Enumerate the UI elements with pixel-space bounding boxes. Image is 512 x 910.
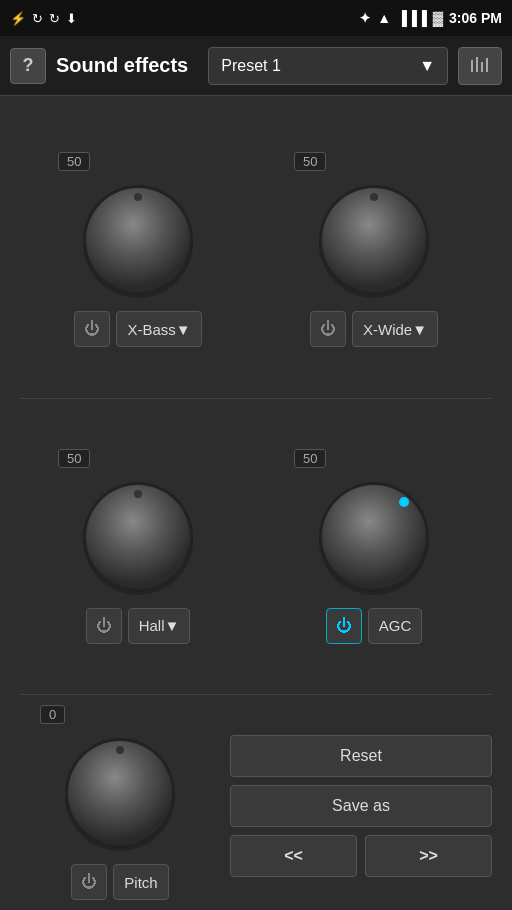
save-as-label: Save as [332,797,390,815]
time-display: 3:06 PM [449,10,502,26]
hall-chevron-icon: ▼ [164,617,179,634]
svg-rect-0 [471,60,473,72]
xwide-chevron-icon: ▼ [412,321,427,338]
xwide-dropdown[interactable]: X-Wide ▼ [352,311,438,347]
xbass-label: X-Bass [127,321,175,338]
xbass-unit: 50 [38,152,238,347]
svg-point-7 [134,193,142,201]
svg-point-19 [399,497,409,507]
xbass-power-button[interactable]: ⏻ [74,311,110,347]
next-label: >> [419,847,438,865]
prev-label: << [284,847,303,865]
bluetooth-icon: ✦ [359,10,371,26]
svg-point-18 [322,485,426,589]
hall-power-button[interactable]: ⏻ [86,608,122,644]
signal-icon: ▐▐▐ [397,10,427,26]
xwide-value: 50 [294,152,326,171]
hall-control-row: ⏻ Hall ▼ [86,608,191,644]
pitch-dropdown[interactable]: Pitch [113,864,168,900]
xbass-control-row: ⏻ X-Bass ▼ [74,311,201,347]
xbass-knob[interactable] [73,175,203,305]
preset-dropdown[interactable]: Preset 1 ▼ [208,47,448,85]
chevron-down-icon: ▼ [419,57,435,75]
prev-button[interactable]: << [230,835,357,877]
hall-label: Hall [139,617,165,634]
agc-unit: 50 ⏻ [274,449,474,644]
agc-control-row: ⏻ AGC [326,608,423,644]
xbass-dropdown[interactable]: X-Bass ▼ [116,311,201,347]
download-icon: ⬇ [66,11,77,26]
wifi-icon: ▲ [377,10,391,26]
pitch-label: Pitch [124,874,157,891]
xbass-value: 50 [58,152,90,171]
svg-point-11 [370,193,378,201]
svg-point-14 [86,485,190,589]
pitch-unit: 0 ⏻ [20,705,220,900]
separator-1 [20,398,492,399]
svg-point-15 [134,490,142,498]
hall-value: 50 [58,449,90,468]
agc-dropdown[interactable]: AGC [368,608,423,644]
hall-unit: 50 ⏻ [38,449,238,644]
eq-icon [468,54,492,78]
bottom-section: 0 ⏻ [20,699,492,900]
reset-button[interactable]: Reset [230,735,492,777]
xwide-label: X-Wide [363,321,412,338]
refresh2-icon: ↻ [49,11,60,26]
pitch-knob[interactable] [55,728,185,858]
xwide-knob[interactable] [309,175,439,305]
agc-label: AGC [379,617,412,634]
hall-knob[interactable] [73,472,203,602]
eq-button[interactable] [458,47,502,85]
next-button[interactable]: >> [365,835,492,877]
battery-icon: ▓ [433,10,443,26]
knob-row-2: 50 ⏻ [20,403,492,691]
pitch-control-row: ⏻ Pitch [71,864,168,900]
svg-rect-2 [481,62,483,72]
nav-row: << >> [230,835,492,877]
svg-point-10 [322,188,426,292]
action-buttons: Reset Save as << >> [230,705,492,877]
help-button[interactable]: ? [10,48,46,84]
usb-icon: ⚡ [10,11,26,26]
xwide-power-button[interactable]: ⏻ [310,311,346,347]
knob-row-1: 50 [20,106,492,394]
xwide-control-row: ⏻ X-Wide ▼ [310,311,438,347]
reset-label: Reset [340,747,382,765]
status-left-icons: ⚡ ↻ ↻ ⬇ [10,11,77,26]
svg-point-23 [116,746,124,754]
xwide-unit: 50 ⏻ X-Wide ▼ [274,152,474,347]
separator-2 [20,694,492,695]
agc-knob[interactable] [309,472,439,602]
svg-rect-1 [476,57,478,72]
agc-value: 50 [294,449,326,468]
header-bar: ? Sound effects Preset 1 ▼ [0,36,512,96]
status-bar: ⚡ ↻ ↻ ⬇ ✦ ▲ ▐▐▐ ▓ 3:06 PM [0,0,512,36]
xbass-chevron-icon: ▼ [176,321,191,338]
refresh1-icon: ↻ [32,11,43,26]
agc-power-button[interactable]: ⏻ [326,608,362,644]
status-right: ✦ ▲ ▐▐▐ ▓ 3:06 PM [359,10,502,26]
app-title: Sound effects [56,54,188,77]
pitch-power-button[interactable]: ⏻ [71,864,107,900]
svg-rect-3 [486,58,488,72]
preset-label: Preset 1 [221,57,281,75]
svg-point-6 [86,188,190,292]
hall-dropdown[interactable]: Hall ▼ [128,608,191,644]
pitch-value: 0 [40,705,65,724]
svg-point-22 [68,741,172,845]
main-content: 50 [0,96,512,910]
save-as-button[interactable]: Save as [230,785,492,827]
